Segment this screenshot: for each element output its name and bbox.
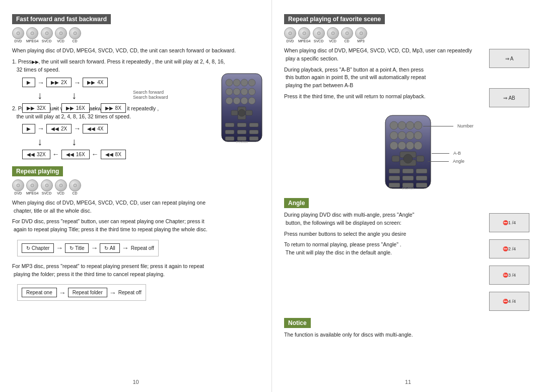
svg-rect-18 [225,123,234,127]
ff-body1: When playing disc of DVD, MPEG4, SVCD, V… [12,47,259,55]
remote-image-ff: SYLVANIA [219,73,264,143]
svg-point-32 [414,121,422,129]
svg-point-9 [226,97,233,104]
notice-title: Notice [284,318,311,328]
svg-rect-48 [416,169,427,173]
angle-label-line: Angle [428,159,464,164]
all-btn: ↻ All [100,243,119,253]
svg-point-8 [248,88,255,95]
svg-rect-44 [417,156,424,162]
angle-section: Angle During playing DVD disc with multi… [284,198,532,313]
svg-rect-21 [225,130,234,134]
repeat-off-label: Repeat off [131,245,154,251]
rf-body3: Press it the third time, the unit will r… [284,93,484,101]
play-btn-bwd: ▶ [22,124,35,134]
svg-rect-24 [225,137,234,141]
angle-text: During playing DVD disc with multi-angle… [284,211,484,260]
angle-body3: To return to normal playing, please pres… [284,241,484,257]
svg-point-10 [233,97,240,104]
repeat-favorite-title: Repeat playing of favorite scene [284,14,385,24]
angle-content: During playing DVD disc with multi-angle… [284,211,532,313]
svg-rect-43 [392,156,399,162]
svg-point-6 [233,88,240,95]
number-label: Number [457,123,473,128]
angle-body1: During playing DVD disc with multi-angle… [284,211,484,227]
bwd-32x: ◀◀ 32X [22,150,50,159]
notice-body1: The function is available only for discs… [284,331,532,339]
notice-section: Notice The function is available only fo… [284,318,532,339]
cd-disc: CD [69,27,81,43]
repeat-folder-btn: Repeat folder [68,288,107,297]
fast-forward-section: Fast forward and fast backward DVD MPEG4… [12,14,259,159]
angle-screen-4: ⛔4 /4 [489,292,529,311]
ab-label-line: A-B [432,151,461,156]
rf-screens: ⇒ A ⇒ AB [489,47,532,109]
svg-point-31 [406,121,414,129]
ff-16x: ▶▶ 16X [61,103,90,113]
svg-rect-19 [237,123,246,127]
svg-rect-52 [389,183,400,187]
bwd-16x: ◀◀ 16X [61,150,90,159]
svg-point-3 [241,79,248,86]
angle-screens: ⛔1 /4 ⛔2 /4 ⛔3 /4 ⛔4 /4 [489,211,532,313]
repeat-one-btn: Repeat one [22,288,57,297]
right-page: Repeat playing of favorite scene DVD MPE… [272,0,544,392]
angle-body2: Press number buttons to select the angle… [284,230,484,238]
svcd-disc: SVCD [41,27,53,43]
angle-screen-3: ⛔3 /4 [489,266,529,285]
angle-screen-2: ⛔2 /4 [489,239,529,258]
ff-step1: 1. Press▶▶, the unit will search forward… [12,58,259,74]
dvd-disc: DVD [12,27,24,43]
svg-rect-46 [389,169,400,173]
disc-types-row-ff: DVD MPEG4 SVCD VCD CD [12,27,259,43]
repeat-off-mp3-label: Repeat off [118,290,142,295]
title-btn: ↻ Title [65,243,89,253]
svg-text:SYLVANIA: SYLVANIA [402,187,414,190]
bwd-2x: ◀◀ 2X [46,124,72,134]
svg-point-7 [241,88,248,95]
page-num-right: 11 [405,379,411,385]
ff-8x: ▶▶ 8X [101,103,126,113]
svg-point-1 [226,79,233,86]
svg-point-12 [248,97,255,104]
svg-point-33 [390,132,398,140]
vcd-disc: VCD [55,27,67,43]
svg-point-38 [398,142,406,150]
svg-point-39 [406,142,414,150]
repeat-playing-title: Repeat playing [12,166,63,176]
ab-label: A-B [453,151,461,156]
screen-ab: ⇒ AB [489,88,529,107]
svg-point-45 [403,154,413,163]
svg-rect-23 [249,130,258,134]
rp-body3: For MP3 disc, press "repeat" to repeat p… [12,263,259,279]
disc-types-row-rp: DVD MPEG4 SVCD VCD CD [12,179,259,195]
number-label-line: Number [423,123,473,128]
svg-point-11 [241,97,248,104]
dvd-repeat-flow: ↻ Chapter → ↻ Title → ↻ All → Repeat off [17,240,159,256]
rf-content-area: When playing disc of DVD, MPEG4, SVCD, V… [284,47,532,109]
rp-body2: For DVD disc, press "repeat" button, use… [12,218,259,234]
svg-point-5 [226,88,233,95]
mp3-repeat-flow: Repeat one → Repeat folder → Repeat off [17,284,146,301]
angle-title: Angle [284,198,309,208]
ff-4x: ▶▶ 4X [83,78,108,87]
chapter-btn: ↻ Chapter [22,243,54,253]
angle-screen-1: ⛔1 /4 [489,213,529,232]
svg-rect-26 [249,137,258,141]
fast-forward-title: Fast forward and fast backward [12,14,111,24]
svg-point-36 [414,132,422,140]
svg-point-34 [398,132,406,140]
svg-point-40 [414,142,422,150]
repeat-favorite-section: Repeat playing of favorite scene DVD MPE… [284,14,532,109]
svg-rect-25 [237,137,246,141]
bwd-8x: ◀◀ 8X [101,150,126,159]
svg-point-37 [390,142,398,150]
remote-with-labels: SYLVANIA Number A-B Angle [383,114,433,191]
disc-types-row-rf: DVD MPEG4 SVCD VCD CD MP3 [284,27,532,43]
ff-2x: ▶▶ 2X [46,78,72,87]
rf-body2: During playback, press "A-B" button at a… [284,66,484,90]
angle-label: Angle [453,159,464,164]
ff-32x: ▶▶ 32X [22,103,50,113]
svg-point-30 [398,121,406,129]
repeat-playing-section: Repeat playing DVD MPEG4 SVCD VCD CD Whe… [12,166,259,304]
